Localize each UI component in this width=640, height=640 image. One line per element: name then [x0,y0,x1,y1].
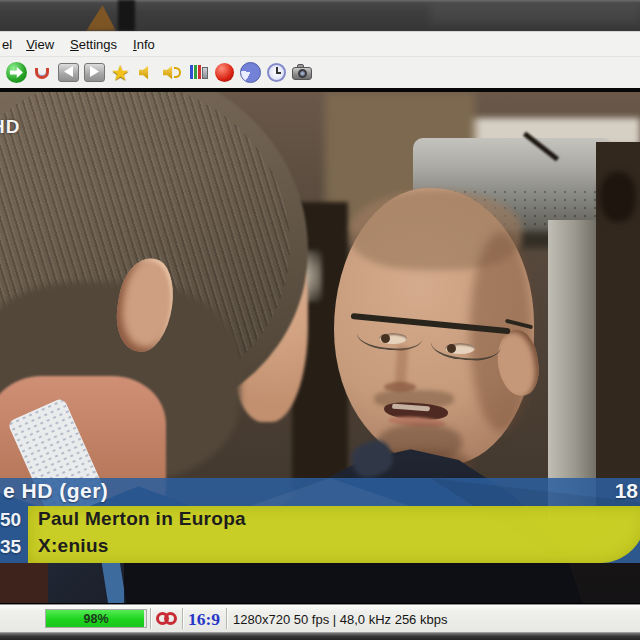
menu-bar: el View Settings Info [0,31,640,56]
statusbar-separator [226,608,227,629]
volume-down-icon[interactable] [136,62,157,83]
osd-now-time: 50 [0,509,25,531]
osd-channel-name: e HD (ger) [3,479,108,503]
osd-program-box: Paul Merton in Europa X:enius [28,506,640,563]
app-window: el View Settings Info ★ [0,0,640,640]
menu-item-channel-partial[interactable]: el [1,34,18,55]
previous-channel-button[interactable] [58,62,79,83]
osd-clock: 18 [615,479,638,503]
menu-item-info[interactable]: Info [125,34,163,55]
osd-next-time: 35 [0,536,25,558]
statusbar-separator [150,608,151,629]
aspect-ratio-label: 16:9 [188,609,220,630]
red-horseshoe-icon[interactable] [32,62,53,83]
green-go-icon[interactable] [6,62,27,83]
favorites-star-icon[interactable]: ★ [110,62,131,83]
timeshift-pie-icon[interactable] [240,62,261,83]
top-video-strip [0,0,640,31]
mosaic-preview-icon[interactable] [188,62,209,83]
video-area[interactable]: HD e HD (ger) 18 Paul Merton in Europa X… [0,92,640,603]
below-osd-dark-left [0,563,48,603]
window-bottom-edge [0,632,640,640]
signal-percent-label: 98% [46,610,146,627]
record-icon[interactable] [214,62,235,83]
menu-item-view[interactable]: View [18,34,62,55]
osd-overlay: e HD (ger) 18 Paul Merton in Europa X:en… [0,478,640,563]
scheduler-clock-icon[interactable] [266,62,287,83]
signal-progressbar: 98% [45,609,147,628]
blurred-content-bar [118,0,135,31]
shutter-rail [548,220,598,520]
channel-logo-hd: HD [0,116,20,138]
status-bar: 98% 16:9 1280x720 50 fps | 48,0 kHz 256 … [0,604,640,632]
blurred-content-shape [86,5,116,31]
statusbar-separator [182,608,183,629]
osd-next-title: X:enius [38,535,109,557]
strip-highlight [430,4,640,24]
osd-now-title: Paul Merton in Europa [38,508,246,530]
right-dark-blob [600,172,636,222]
right-man-left-iris [381,334,390,343]
volume-up-icon[interactable] [162,62,183,83]
below-osd-dark-right [124,563,640,603]
menu-item-settings[interactable]: Settings [62,34,125,55]
toolbar: ★ [0,56,640,88]
stereo-rings-icon [164,612,177,625]
screenshot-camera-icon[interactable] [292,62,313,83]
right-man-right-iris [447,344,456,353]
next-channel-button[interactable] [84,62,105,83]
stream-info-label: 1280x720 50 fps | 48,0 kHz 256 kbps [233,612,447,627]
